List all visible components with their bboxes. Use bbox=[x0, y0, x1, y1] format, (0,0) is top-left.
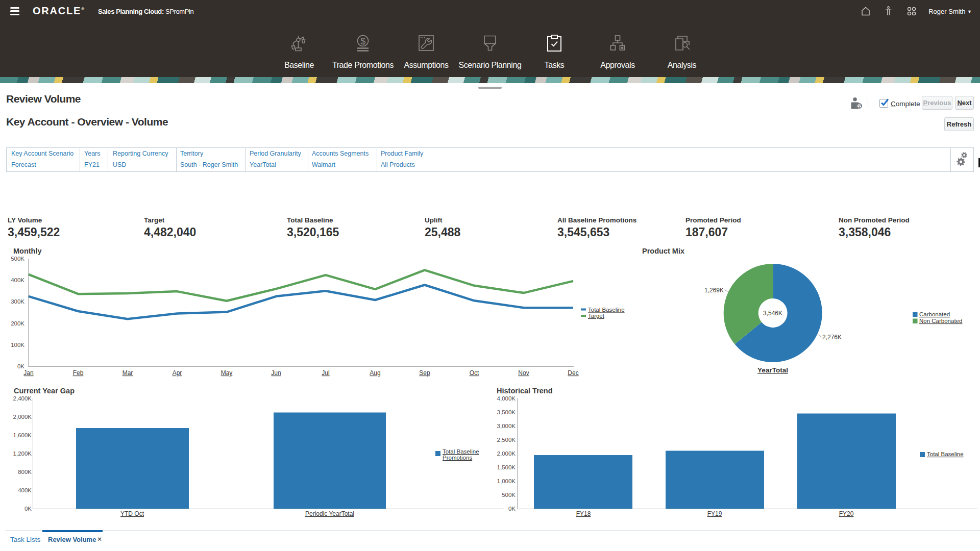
svg-text:200K: 200K bbox=[11, 320, 24, 327]
svg-text:Jul: Jul bbox=[322, 369, 329, 377]
svg-text:2,400K: 2,400K bbox=[13, 395, 32, 402]
svg-text:?: ? bbox=[858, 104, 861, 109]
svg-text:FY18: FY18 bbox=[576, 510, 591, 517]
svg-text:Periodic YearTotal: Periodic YearTotal bbox=[305, 510, 354, 517]
svg-text:YTD Oct: YTD Oct bbox=[120, 510, 144, 517]
svg-text:2,000K: 2,000K bbox=[497, 450, 516, 457]
svg-text:100K: 100K bbox=[11, 342, 24, 348]
svg-text:Promotions: Promotions bbox=[443, 455, 472, 461]
svg-text:Feb: Feb bbox=[73, 369, 84, 377]
svg-text:0K: 0K bbox=[24, 506, 32, 512]
svg-text:$: $ bbox=[360, 36, 365, 46]
svg-text:Nov: Nov bbox=[518, 369, 529, 377]
svg-text:Oct: Oct bbox=[470, 369, 479, 377]
svg-text:Apr: Apr bbox=[173, 369, 182, 377]
svg-text:FY20: FY20 bbox=[839, 510, 854, 517]
svg-text:Jun: Jun bbox=[271, 369, 281, 377]
svg-text:3,500K: 3,500K bbox=[497, 409, 516, 415]
svg-text:400K: 400K bbox=[18, 487, 32, 493]
svg-text:Dec: Dec bbox=[568, 369, 578, 377]
svg-text:FY19: FY19 bbox=[707, 510, 722, 517]
svg-text:3,000K: 3,000K bbox=[497, 423, 516, 429]
svg-text:Jan: Jan bbox=[23, 369, 33, 377]
svg-text:1,200K: 1,200K bbox=[13, 450, 32, 457]
svg-text:500K: 500K bbox=[11, 256, 24, 262]
svg-text:Total Baseline: Total Baseline bbox=[443, 448, 479, 455]
svg-text:1,500K: 1,500K bbox=[497, 464, 516, 470]
svg-text:3,546K: 3,546K bbox=[763, 310, 782, 317]
svg-text:2,500K: 2,500K bbox=[497, 437, 516, 443]
svg-text:400K: 400K bbox=[11, 277, 24, 283]
svg-text:2,276K: 2,276K bbox=[822, 334, 842, 341]
svg-text:Sep: Sep bbox=[419, 369, 430, 377]
svg-text:1,269K: 1,269K bbox=[704, 287, 724, 294]
svg-text:800K: 800K bbox=[18, 469, 32, 475]
svg-text:2,000K: 2,000K bbox=[13, 414, 32, 420]
svg-text:1,000K: 1,000K bbox=[497, 478, 516, 484]
svg-text:May: May bbox=[221, 369, 233, 377]
svg-text:Mar: Mar bbox=[122, 369, 133, 377]
svg-text:300K: 300K bbox=[11, 298, 24, 305]
svg-text:Total Baseline: Total Baseline bbox=[927, 451, 964, 457]
svg-text:YearTotal: YearTotal bbox=[757, 366, 788, 374]
svg-text:Target: Target bbox=[588, 313, 605, 319]
svg-text:500K: 500K bbox=[502, 492, 516, 498]
svg-text:1,600K: 1,600K bbox=[13, 432, 32, 438]
svg-text:Non Carbonated: Non Carbonated bbox=[919, 318, 962, 324]
svg-text:0K: 0K bbox=[17, 363, 24, 369]
svg-text:Aug: Aug bbox=[370, 369, 380, 377]
svg-text:0K: 0K bbox=[508, 506, 516, 512]
svg-text:4,000K: 4,000K bbox=[497, 395, 516, 402]
svg-text:Carbonated: Carbonated bbox=[919, 311, 950, 317]
svg-text:Total Baseline: Total Baseline bbox=[588, 307, 625, 313]
